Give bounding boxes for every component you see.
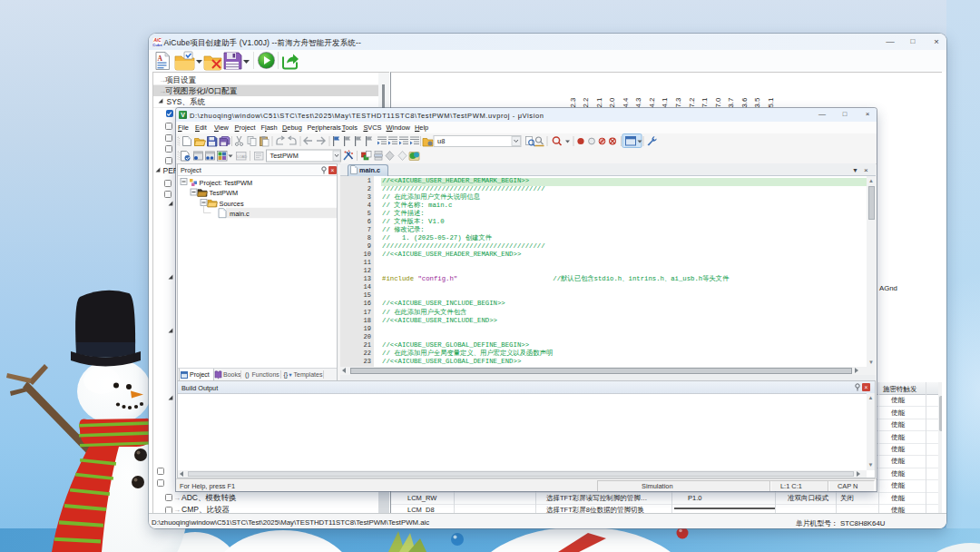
svg-text:u8: u8 <box>437 137 445 145</box>
svg-text:Cube: Cube <box>152 42 162 46</box>
svg-text:Sources: Sources <box>220 200 244 208</box>
svg-text:TestPWM: TestPWM <box>270 152 299 160</box>
svg-text:A: A <box>158 54 163 63</box>
svg-text:LOAD: LOAD <box>237 154 247 159</box>
svg-text:main.c: main.c <box>230 210 250 218</box>
svg-text:Project: TestPWM: Project: TestPWM <box>200 179 253 187</box>
svg-text:TestPWM: TestPWM <box>210 189 239 197</box>
